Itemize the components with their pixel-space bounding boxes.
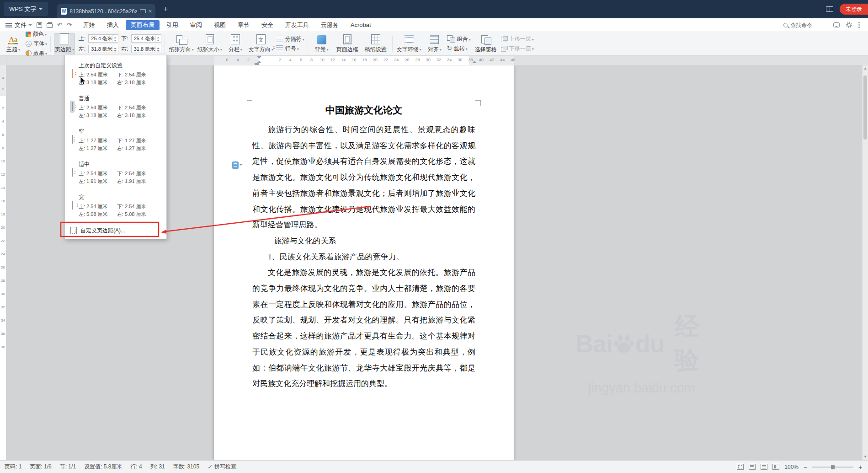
spellcheck-button[interactable]: ✓ 拼写检查 [208,463,236,471]
fonts-button[interactable]: 字体 [26,40,47,48]
tab-view[interactable]: 视图 [209,20,231,30]
stepper-arrows-icon[interactable] [112,35,117,42]
web-view-icon[interactable] [772,464,779,470]
zoom-in-icon[interactable]: + [857,463,863,471]
file-menu[interactable]: 文件 [15,21,32,29]
page-border-button[interactable]: 页面边框 [334,33,361,54]
margin-top-field[interactable]: 25.4 毫米 [88,34,118,43]
bring-forward-button[interactable]: 上移一层 [501,35,534,43]
gear-icon[interactable] [846,22,852,28]
scrollbar-thumb[interactable] [863,75,867,140]
print-icon[interactable] [47,23,53,28]
feedback-icon[interactable] [833,22,840,27]
tab-acrobat[interactable]: Acrobat [346,20,376,30]
margins-option-name: 普通 [79,95,161,102]
text-wrap-button[interactable]: 文字环绕 [396,33,422,54]
tab-security[interactable]: 安全 [256,20,278,30]
margins-option-name: 窄 [79,128,161,135]
paper-size-icon [206,34,214,44]
right-indent-marker[interactable] [472,59,477,63]
cast-icon[interactable] [140,9,146,13]
stepper-arrows-icon[interactable] [112,46,117,52]
text-direction-button[interactable]: 文字方向 [248,33,274,54]
background-button[interactable]: 背景 [311,33,332,54]
paper-size-button[interactable]: 纸张大小 [197,33,223,54]
kebab-menu-icon[interactable] [858,22,860,23]
zoom-level[interactable]: 100% [784,464,799,470]
zoom-slider-thumb[interactable] [831,465,835,469]
theme-button[interactable]: Aa 主题 [3,33,24,54]
send-backward-button[interactable]: 下移一层 [501,45,534,53]
page-view-icon[interactable] [749,464,756,470]
tab-references[interactable]: 引用 [161,20,183,30]
group-button[interactable]: 组合 [447,35,471,43]
ruler-number: 32 [0,305,6,309]
background-label: 背景 [315,46,329,54]
margin-value: 下: 1.27 厘米 [117,137,150,144]
scroll-up-icon[interactable]: ▲ [863,65,868,72]
select-pane-button[interactable]: 选择窗格 [473,33,499,54]
command-search[interactable] [783,22,827,28]
outline-view-icon[interactable] [761,464,767,470]
hamburger-icon[interactable] [5,23,12,27]
background-group: 背景 页面边框 稿纸设置 [311,33,389,54]
tab-developer[interactable]: 开发工具 [280,20,314,30]
orientation-button[interactable]: 纸张方向 [168,33,195,54]
document-body[interactable]: 中国旅游文化论文 旅游行为的综合性、时间空间的延展性、景观意态的趣味性、旅游内容… [214,65,514,460]
fullscreen-view-icon[interactable] [737,464,744,470]
stepper-arrows-icon[interactable] [155,35,160,42]
scroll-down-icon[interactable]: ▼ [863,454,868,460]
margins-option-moderate[interactable]: 适中 上: 2.54 厘米 下: 2.54 厘米 左: 1.91 厘米 右: 1… [65,156,166,189]
breaks-button[interactable]: 分隔符 [276,35,304,43]
margins-icon [60,33,69,44]
vertical-ruler[interactable]: 422468101214161820222426283032343638 [0,56,6,460]
rotate-button[interactable]: ↻ 旋转 [447,45,471,53]
colors-button[interactable]: 颜色 [26,30,47,38]
save-icon[interactable] [37,22,42,28]
stepper-arrows-icon[interactable] [155,46,160,52]
ruler-number: 22 [0,239,6,243]
left-indent-marker[interactable] [255,63,259,65]
undo-icon[interactable]: ↶ [57,22,62,28]
grid-setup-button[interactable]: 稿纸设置 [362,33,389,54]
margins-option-normal[interactable]: 普通 上: 2.54 厘米 下: 2.54 厘米 左: 3.18 厘米 右: 3… [65,90,166,123]
margin-right-field[interactable]: 31.8 毫米 [131,45,161,53]
status-word-count[interactable]: 字数: 3105 [173,463,199,471]
ruler-number: 12 [0,172,6,177]
margin-top-label: 上: [79,35,85,43]
tab-home[interactable]: 开始 [78,20,100,30]
document-page[interactable]: 中国旅游文化论文 旅游行为的综合性、时间空间的延展性、景观意态的趣味性、旅游内容… [214,65,514,460]
margin-value: 左: 3.18 厘米 [79,112,115,119]
zoom-out-icon[interactable]: − [802,463,809,471]
login-badge[interactable]: 未登录 [840,4,868,15]
margins-option-wide[interactable]: 宽 上: 2.54 厘米 下: 2.54 厘米 左: 5.08 厘米 右: 5.… [65,189,166,222]
zoom-slider[interactable] [812,467,853,468]
margin-left-field[interactable]: 31.8 毫米 [88,45,118,53]
hanging-indent-marker[interactable] [257,59,261,63]
margins-button[interactable]: 页边距 [54,33,75,54]
vertical-scrollbar[interactable]: ▲ ▼ [862,65,868,460]
tab-review[interactable]: 审阅 [185,20,207,30]
line-numbers-button[interactable]: 行号 [276,45,304,53]
status-page-of-total[interactable]: 页面: 1/6 [30,463,51,471]
tab-page-layout[interactable]: 页面布局 [126,20,160,30]
paste-options-button[interactable] [232,161,242,169]
columns-button[interactable]: 分栏 [225,33,246,54]
margin-value: 下: 2.54 厘米 [117,170,150,177]
tab-insert[interactable]: 插入 [102,20,124,30]
split-screen-icon[interactable] [826,6,833,12]
align-button[interactable]: 对齐 [424,33,445,54]
tab-cloud[interactable]: 云服务 [316,20,344,30]
ruler-number: 28 [415,58,420,62]
select-pane-label: 选择窗格 [475,46,497,54]
redo-icon[interactable]: ↷ [67,22,72,28]
document-tab[interactable]: 8138bba5120...604c25a26aa × [57,4,155,18]
tab-close-icon[interactable]: × [149,8,152,15]
custom-margins-menu-item[interactable]: 自定义页边距(A)... [65,224,166,237]
search-input[interactable] [790,22,827,28]
app-menu-button[interactable]: WPS 文字 [4,2,48,16]
new-tab-button[interactable]: + [160,4,171,14]
margins-option-narrow[interactable]: 窄 上: 1.27 厘米 下: 1.27 厘米 左: 1.27 厘米 右: 1.… [65,123,166,156]
margin-bottom-field[interactable]: 25.4 毫米 [131,34,161,43]
tab-section[interactable]: 章节 [233,20,255,30]
